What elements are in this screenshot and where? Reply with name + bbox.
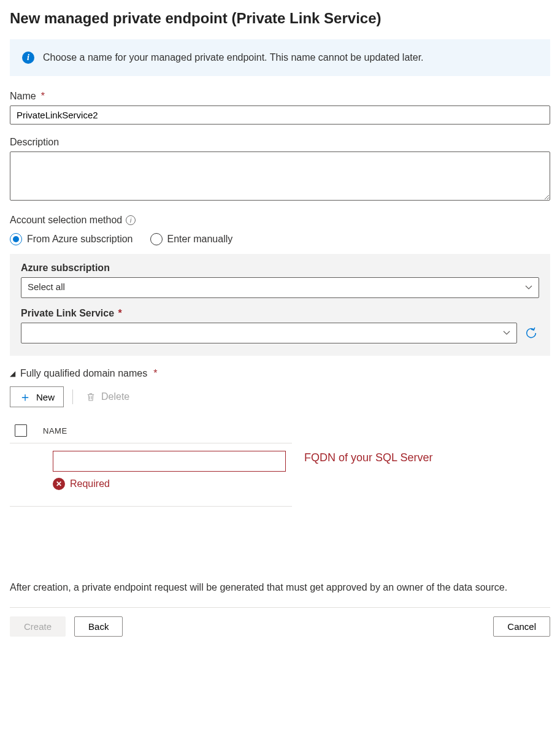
button-bar: Create Back Cancel (10, 616, 550, 637)
error-message: ✕ Required (53, 478, 287, 490)
pls-label: Private Link Service * (21, 308, 539, 319)
triangle-collapse-icon: ◢ (10, 369, 15, 378)
page-title: New managed private endpoint (Private Li… (10, 10, 550, 27)
create-button: Create (10, 616, 66, 637)
required-star-icon: * (153, 368, 157, 379)
chevron-down-icon (503, 328, 510, 339)
back-button[interactable]: Back (74, 616, 123, 637)
pls-dropdown[interactable] (21, 323, 517, 343)
description-label: Description (10, 137, 550, 148)
azure-sub-label: Azure subscription (21, 263, 539, 274)
radio-from-azure-label: From Azure subscription (27, 234, 133, 245)
radio-manual-label: Enter manually (167, 234, 233, 245)
description-input[interactable] (10, 151, 550, 201)
delete-button: Delete (82, 390, 133, 404)
new-button-label: New (36, 392, 55, 402)
cancel-button[interactable]: Cancel (493, 616, 550, 637)
annotation-fqdn: FQDN of your SQL Server (304, 451, 432, 464)
name-input[interactable] (10, 105, 550, 125)
radio-icon (150, 233, 163, 245)
name-label: Name* (10, 91, 550, 102)
table-row: ✕ Required (10, 443, 292, 507)
info-text: Choose a name for your managed private e… (43, 50, 424, 65)
error-icon: ✕ (53, 478, 65, 490)
radio-manual[interactable]: Enter manually (150, 233, 233, 245)
separator (72, 389, 73, 404)
select-all-checkbox[interactable] (15, 424, 27, 437)
trash-icon (85, 391, 96, 403)
refresh-button[interactable] (523, 325, 539, 341)
help-icon[interactable]: i (126, 215, 136, 225)
fqdn-input[interactable] (53, 451, 286, 472)
fqdn-section-header[interactable]: ◢ Fully qualified domain names * (10, 368, 550, 379)
radio-icon (10, 233, 22, 245)
info-banner: i Choose a name for your managed private… (10, 39, 550, 76)
new-button[interactable]: ＋ New (10, 386, 64, 407)
subscription-panel: Azure subscription Select all Private Li… (10, 254, 550, 356)
plus-icon: ＋ (19, 391, 31, 403)
delete-button-label: Delete (101, 391, 129, 402)
required-star-icon: * (115, 308, 122, 318)
azure-sub-dropdown[interactable]: Select all (21, 277, 539, 298)
radio-from-azure[interactable]: From Azure subscription (10, 233, 133, 245)
footer-note: After creation, a private endpoint reque… (10, 580, 550, 608)
account-method-label: Account selection method i (10, 215, 550, 226)
chevron-down-icon (525, 283, 532, 293)
info-icon: i (22, 52, 34, 64)
required-star-icon: * (41, 91, 45, 102)
table-header: NAME (10, 418, 292, 443)
column-name: NAME (43, 426, 67, 435)
fqdn-table: NAME ✕ Required (10, 418, 292, 507)
